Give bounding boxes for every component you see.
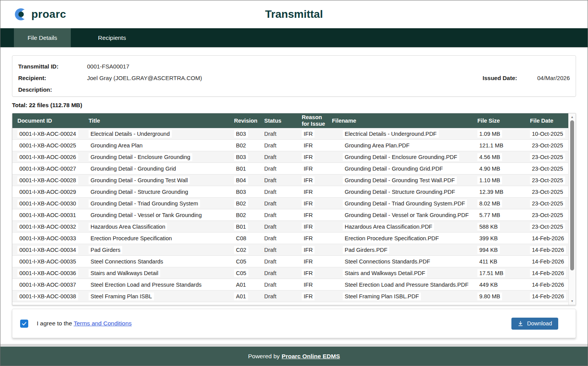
main-content: Transmittal ID: 0001-FSA00017 Recipient:… [0,48,588,344]
cell-filename: Grounding Area Plan.PDF [343,142,412,149]
cell-revision: B02 [234,142,248,149]
cell-file-date: 23-Oct-2025 [530,223,565,231]
table-row[interactable]: 0001-I-XB-AOC-00033 Erection Procedure S… [12,233,568,244]
top-header: proarc Transmittal [0,0,588,28]
agree-text: I agree to the Terms and Conditions [37,320,132,327]
table-row[interactable]: 0001-I-XB-AOC-00027 Grounding Detail - G… [12,163,568,174]
page-title: Transmittal [0,8,588,21]
cell-status: Draft [264,212,276,218]
issued-date-value: 04/Mar/2026 [537,75,570,81]
cell-title: Erection Procedure Specification [89,234,174,242]
cell-file-date: 14-Feb-2026 [530,258,566,265]
cell-filename: Electrical Details - Underground.PDF [343,130,439,138]
proarc-online-edms-link[interactable]: Proarc Online EDMS [282,353,340,360]
cell-file-size: 1.10 MB [477,176,502,184]
table-row[interactable]: 0001-I-XB-AOC-00036 Stairs and Walkways … [12,267,568,279]
cell-filename: Steel Framing Plan ISBL.PDF [343,292,421,300]
table-scrollbar[interactable]: ▲ ▼ [568,113,576,305]
cell-title: Grounding Detail - Grounding Grid [89,165,178,173]
cell-file-date: 23-Oct-2025 [530,142,565,149]
col-header-title: Title [86,113,232,128]
cell-revision: B02 [234,200,248,207]
table-row[interactable]: 0001-I-XB-AOC-00025 Grounding Area Plan … [12,140,568,151]
table-row[interactable]: 0001-I-XB-AOC-00029 Grounding Detail - S… [12,186,568,198]
cell-document-id: 0001-I-XB-AOC-00033 [17,234,78,242]
cell-title: Pad Girders [89,246,122,254]
cell-document-id: 0001-I-XB-AOC-00028 [17,176,78,184]
cell-title: Grounding Detail - Structure Grounding [89,188,190,196]
cell-filename: Grounding Detail - Vessel or Tank Ground… [343,211,471,219]
cell-revision: C05 [234,269,248,277]
col-header-file-date: File Date [528,113,566,128]
cell-title: Grounding Detail - Triad Grounding Syste… [89,200,200,207]
cell-reason-for-issue: IFR [302,269,315,277]
table-row[interactable]: 0001-I-XB-AOC-00038 Steel Framing Plan I… [12,291,568,302]
cell-file-date: 14-Feb-2026 [530,234,566,242]
table-row[interactable]: 0001-I-XB-AOC-00035 Steel Connections St… [12,256,568,267]
cell-status: Draft [264,235,276,241]
col-header-reason-for-issue: Reason for Issue [299,113,330,128]
proarc-logo: proarc [14,0,66,28]
cell-filename: Grounding Detail - Enclosure Grounding.P… [343,153,459,161]
cell-document-id: 0001-I-XB-AOC-00031 [17,211,78,219]
cell-file-size: 17.51 MB [477,269,505,277]
cell-status: Draft [264,142,276,149]
download-button[interactable]: Download [511,318,559,330]
cell-filename: Hazardous Area Classification.PDF [343,223,434,231]
cell-filename: Grounding Detail - Grounding Grid.PDF [343,165,445,173]
cell-file-size: 4.90 MB [477,165,502,173]
cell-status: Draft [264,247,276,253]
cell-reason-for-issue: IFR [302,234,315,242]
issued-date-label: Issued Date: [483,75,517,81]
agreement-bar: I agree to the Terms and Conditions Down… [12,309,576,338]
table-row[interactable]: 0001-I-XB-AOC-00037 Steel Erection Load … [12,279,568,291]
cell-file-size: 5.77 MB [477,211,502,219]
cell-revision: B03 [234,153,248,161]
cell-filename: Grounding Detail - Triad Grounding Syste… [343,200,467,207]
cell-document-id: 0001-I-XB-AOC-00026 [17,153,78,161]
cell-document-id: 0001-I-XB-AOC-00036 [17,269,78,277]
cell-revision: B01 [234,223,248,231]
table-row[interactable]: 0001-I-XB-AOC-00026 Grounding Detail - E… [12,151,568,163]
cell-status: Draft [264,166,276,172]
transmittal-id-label: Transmittal ID: [18,63,87,70]
cell-reason-for-issue: IFR [302,211,315,219]
agree-checkbox[interactable] [20,320,28,328]
cell-file-date: 23-Oct-2025 [530,153,565,161]
recipient-label: Recipient: [18,75,87,81]
cell-reason-for-issue: IFR [302,142,315,149]
cell-reason-for-issue: IFR [302,130,315,138]
cell-document-id: 0001-I-XB-AOC-00030 [17,200,78,207]
cell-revision: B01 [234,165,248,173]
cell-file-size: 449 KB [477,281,500,289]
cell-revision: A01 [234,281,248,289]
table-header-row: Document ID Title Revision Status Reason… [12,113,568,128]
scrollbar-thumb[interactable] [570,120,574,270]
table-row[interactable]: 0001-I-XB-AOC-00034 Pad Girders C02 Draf… [12,244,568,256]
table-row[interactable]: 0001-I-XB-AOC-00031 Grounding Detail - V… [12,209,568,221]
cell-status: Draft [264,131,276,137]
cell-title: Steel Connections Standards [89,258,165,265]
cell-file-size: 1.09 MB [477,130,502,138]
tab-file-details[interactable]: File Details [14,28,71,47]
scrollbar-down-arrow[interactable]: ▼ [569,298,576,304]
tab-recipients[interactable]: Recipients [71,28,153,47]
cell-revision: B03 [234,130,248,138]
cell-revision: A01 [234,292,248,300]
cell-revision: B04 [234,176,248,184]
table-body: 0001-I-XB-AOC-00024 Electrical Details -… [12,128,568,302]
table-row[interactable]: 0001-I-XB-AOC-00024 Electrical Details -… [12,128,568,140]
cell-reason-for-issue: IFR [302,176,315,184]
terms-and-conditions-link[interactable]: Terms and Conditions [74,320,132,327]
table-row[interactable]: 0001-I-XB-AOC-00030 Grounding Detail - T… [12,198,568,209]
cell-status: Draft [264,293,276,299]
cell-reason-for-issue: IFR [302,153,315,161]
transmittal-info-card: Transmittal ID: 0001-FSA00017 Recipient:… [12,55,576,97]
cell-file-date: 23-Oct-2025 [530,211,565,219]
table-row[interactable]: 0001-I-XB-AOC-00032 Hazardous Area Class… [12,221,568,233]
scrollbar-up-arrow[interactable]: ▲ [569,114,576,120]
cell-file-date: 14-Feb-2026 [530,246,566,254]
cell-document-id: 0001-I-XB-AOC-00032 [17,223,78,231]
table-row[interactable]: 0001-I-XB-AOC-00028 Grounding Detail - G… [12,174,568,186]
cell-document-id: 0001-I-XB-AOC-00037 [17,281,78,289]
